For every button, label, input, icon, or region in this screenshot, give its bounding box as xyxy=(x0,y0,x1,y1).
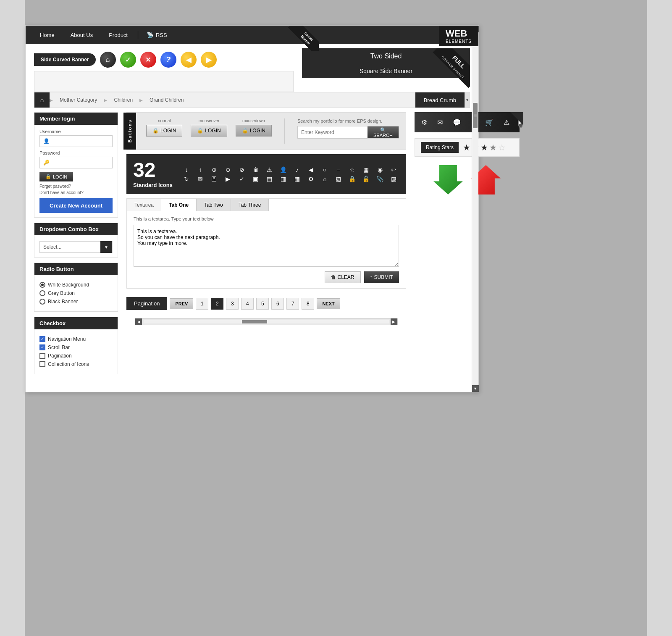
icon-doc[interactable]: ▥ xyxy=(278,176,289,182)
icon-refresh2[interactable]: ↻ xyxy=(181,176,192,182)
icon-key[interactable]: ⚿ xyxy=(209,176,220,182)
checkbox-scroll-bar[interactable]: Scroll Bar xyxy=(39,344,113,350)
icon-cart[interactable]: ▧ xyxy=(333,176,344,182)
icon-minus[interactable]: − xyxy=(333,166,344,173)
star-3[interactable]: ★ xyxy=(480,142,488,152)
vs-thumb[interactable] xyxy=(473,103,478,128)
nav-rss[interactable]: 📡 RSS xyxy=(142,32,171,38)
icon-warning[interactable]: ⚠ xyxy=(264,166,275,173)
page-3-btn[interactable]: 3 xyxy=(226,298,239,310)
icon-trash[interactable]: 🗑 xyxy=(250,166,261,173)
icon-question[interactable]: ? xyxy=(160,52,176,68)
textarea-input[interactable]: This is a textarea. So you can have the … xyxy=(134,225,399,267)
page-6-btn[interactable]: 6 xyxy=(271,298,284,310)
icon-down[interactable]: ↓ xyxy=(181,166,192,173)
vs-down-arrow[interactable]: ▼ xyxy=(472,385,479,392)
submit-button[interactable]: ↑ SUBMIT xyxy=(364,271,399,283)
scroll-left-arrow[interactable]: ◀ xyxy=(135,318,142,325)
radio-grey[interactable]: Grey Button xyxy=(39,290,113,296)
login-normal-btn[interactable]: 🔒 LOGIN xyxy=(146,125,182,137)
icon-user[interactable]: 👤 xyxy=(278,166,289,173)
dark-cart-icon[interactable]: 🛒 xyxy=(483,117,495,128)
icon-refresh[interactable]: ↩ xyxy=(388,166,399,173)
icon-inbox[interactable]: ▨ xyxy=(388,176,399,182)
next-button[interactable]: NEXT xyxy=(317,298,340,309)
page-1-btn[interactable]: 1 xyxy=(196,298,208,310)
icon-check2[interactable]: ✓ xyxy=(236,176,247,182)
bc-scroll[interactable]: ▼ xyxy=(465,92,470,108)
password-input[interactable]: 🔑 xyxy=(39,157,113,168)
icon-lock2[interactable]: 🔒 xyxy=(346,176,358,182)
forget-password-link[interactable]: Forget pasword? xyxy=(39,184,113,189)
dark-mail-icon[interactable]: ✉ xyxy=(436,117,444,128)
icon-left[interactable]: ◀ xyxy=(181,52,197,68)
icon-clock[interactable]: ○ xyxy=(319,166,331,173)
bc-grand[interactable]: Grand Children xyxy=(143,97,190,103)
bc-home-icon[interactable]: ⌂ xyxy=(34,92,50,108)
tab-one-btn[interactable]: Tab One xyxy=(161,199,197,211)
login-active-btn[interactable]: 🔒 LOGIN xyxy=(236,125,272,137)
vs-track[interactable] xyxy=(472,32,478,385)
scroll-right-arrow[interactable]: ▶ xyxy=(391,318,397,325)
nav-product[interactable]: Product xyxy=(103,32,134,38)
icon-prev[interactable]: ◀ xyxy=(305,166,317,173)
star-5-empty[interactable]: ☆ xyxy=(498,142,506,152)
bc-children[interactable]: Children xyxy=(107,97,139,103)
stars-display[interactable]: ★ ★ ★ ★ ☆ xyxy=(463,142,506,152)
icon-x[interactable]: ✕ xyxy=(140,52,156,68)
page-7-btn[interactable]: 7 xyxy=(286,298,299,310)
dark-warn-icon[interactable]: ⚠ xyxy=(502,117,511,128)
icon-calendar[interactable]: ▦ xyxy=(360,166,372,173)
icon-chat[interactable]: ◉ xyxy=(374,166,386,173)
icon-home2[interactable]: ⌂ xyxy=(319,176,331,182)
radio-black[interactable]: Black Banner xyxy=(39,299,113,305)
dark-chat-icon[interactable]: 💬 xyxy=(451,117,463,128)
icon-home[interactable]: ⌂ xyxy=(100,52,116,68)
login-button[interactable]: 🔒 LOGIN xyxy=(39,172,73,181)
icon-chart[interactable]: ▦ xyxy=(291,176,303,182)
icon-star[interactable]: ☆ xyxy=(346,166,358,173)
icon-zoom-out[interactable]: ⊖ xyxy=(223,166,234,173)
dropdown-select[interactable]: Select... ▼ xyxy=(39,241,113,253)
username-input[interactable]: 👤 xyxy=(39,135,113,147)
login-hover-btn[interactable]: 🔒 LOGIN xyxy=(191,125,227,137)
radio-white-bg[interactable]: White Background xyxy=(39,282,113,288)
icon-gear[interactable]: ⚙ xyxy=(305,176,317,182)
icon-email[interactable]: ✉ xyxy=(195,176,206,182)
page-2-btn[interactable]: 2 xyxy=(211,298,223,310)
page-5-btn[interactable]: 5 xyxy=(256,298,269,310)
scroll-thumb[interactable] xyxy=(242,320,267,323)
star-1[interactable]: ★ xyxy=(463,142,470,152)
create-account-button[interactable]: Create New Account xyxy=(39,198,113,213)
nav-about[interactable]: About Us xyxy=(65,32,99,38)
nav-home[interactable]: Home xyxy=(34,32,60,38)
icon-zoom-in[interactable]: ⊕ xyxy=(209,166,220,173)
checkbox-nav-menu[interactable]: Navigation Menu xyxy=(39,336,113,342)
icon-search2[interactable]: ⊘ xyxy=(236,166,247,173)
icon-right[interactable]: ▶ xyxy=(201,52,217,68)
icon-feed[interactable]: ▤ xyxy=(264,176,275,182)
down-arrow[interactable] xyxy=(433,165,463,194)
tab-two-btn[interactable]: Tab Two xyxy=(197,199,231,211)
search-input[interactable] xyxy=(298,126,368,138)
page-4-btn[interactable]: 4 xyxy=(241,298,254,310)
clear-button[interactable]: 🗑 CLEAR xyxy=(325,271,361,283)
icon-up[interactable]: ↑ xyxy=(195,166,206,173)
icon-sound[interactable]: ♪ xyxy=(291,166,303,173)
scroll-track[interactable] xyxy=(144,320,389,323)
icon-play[interactable]: ▶ xyxy=(223,176,234,182)
checkbox-pagination[interactable]: Pagination xyxy=(39,353,113,359)
prev-button[interactable]: PREV xyxy=(170,298,193,309)
dropdown-arrow[interactable]: ▼ xyxy=(100,241,112,253)
icon-unlock[interactable]: 🔓 xyxy=(360,176,372,182)
icon-image[interactable]: ▣ xyxy=(250,176,261,182)
star-4-half[interactable]: ★ xyxy=(489,142,497,152)
search-button[interactable]: 🔍 SEARCH xyxy=(368,126,399,138)
bc-mother[interactable]: Mother Category xyxy=(53,97,104,103)
icon-check[interactable]: ✓ xyxy=(120,52,136,68)
dark-gear-icon[interactable]: ⚙ xyxy=(420,117,429,128)
tab-three-btn[interactable]: Tab Three xyxy=(231,199,269,211)
icon-clip[interactable]: 📎 xyxy=(374,176,386,182)
checkbox-collection[interactable]: Collection of Icons xyxy=(39,361,113,367)
page-8-btn[interactable]: 8 xyxy=(302,298,314,310)
